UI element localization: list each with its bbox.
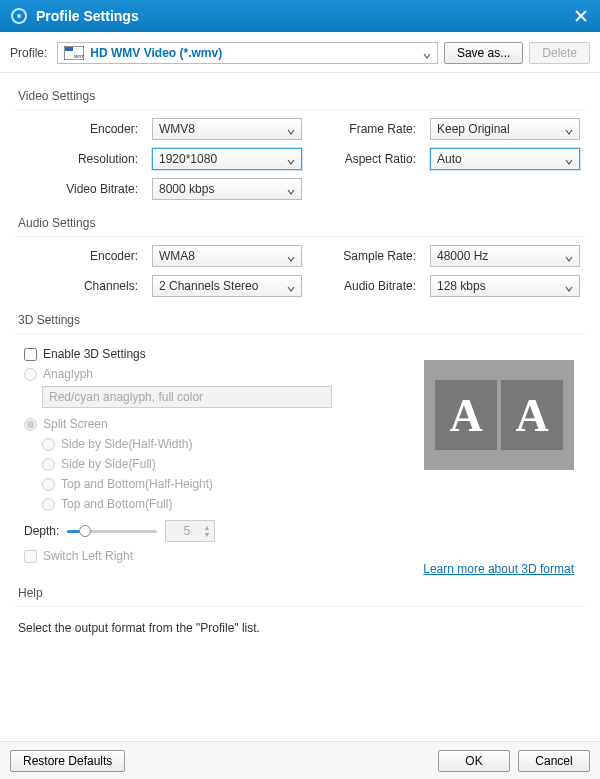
profile-select[interactable]: wmv HD WMV Video (*.wmv)	[57, 42, 438, 64]
audio-encoder-label: Encoder:	[18, 249, 138, 263]
video-settings-group: Video Settings	[14, 79, 586, 110]
profile-label: Profile:	[10, 46, 51, 60]
sbs-half-radio	[42, 438, 55, 451]
svg-text:wmv: wmv	[73, 53, 84, 59]
enable-3d-label: Enable 3D Settings	[43, 347, 146, 361]
aspect-ratio-select[interactable]: Auto	[430, 148, 580, 170]
tb-full-radio	[42, 498, 55, 511]
wmv-format-icon: wmv	[64, 46, 84, 60]
footer: Restore Defaults OK Cancel	[0, 741, 600, 779]
depth-spinbox: 5 ▲▼	[165, 520, 215, 542]
profile-row: Profile: wmv HD WMV Video (*.wmv) Save a…	[0, 32, 600, 73]
anaglyph-mode-select: Red/cyan anaglyph, full color	[42, 386, 332, 408]
restore-defaults-button[interactable]: Restore Defaults	[10, 750, 125, 772]
3d-settings-group: 3D Settings	[14, 303, 586, 334]
chevron-down-icon	[565, 282, 573, 290]
title-bar: Profile Settings	[0, 0, 600, 32]
spin-arrows-icon: ▲▼	[203, 524, 210, 538]
app-icon	[10, 7, 28, 25]
help-group: Help	[14, 576, 586, 607]
video-encoder-label: Encoder:	[18, 122, 138, 136]
close-icon[interactable]	[572, 7, 590, 25]
preview-left-glyph: A	[435, 380, 497, 450]
chevron-down-icon	[287, 155, 295, 163]
resolution-select[interactable]: 1920*1080	[152, 148, 302, 170]
audio-bitrate-label: Audio Bitrate:	[316, 279, 416, 293]
chevron-down-icon	[287, 252, 295, 260]
preview-right-glyph: A	[501, 380, 563, 450]
save-as-button[interactable]: Save as...	[444, 42, 523, 64]
channels-label: Channels:	[18, 279, 138, 293]
window-title: Profile Settings	[36, 8, 572, 24]
audio-encoder-select[interactable]: WMA8	[152, 245, 302, 267]
svg-point-1	[17, 14, 21, 18]
sample-rate-select[interactable]: 48000 Hz	[430, 245, 580, 267]
depth-slider[interactable]	[67, 523, 157, 539]
depth-label: Depth:	[24, 524, 59, 538]
video-bitrate-select[interactable]: 8000 kbps	[152, 178, 302, 200]
anaglyph-label: Anaglyph	[43, 367, 93, 381]
split-screen-label: Split Screen	[43, 417, 108, 431]
sbs-full-radio	[42, 458, 55, 471]
chevron-down-icon	[423, 49, 431, 57]
svg-rect-3	[65, 47, 73, 51]
chevron-down-icon	[287, 185, 295, 193]
learn-more-3d-link[interactable]: Learn more about 3D format	[423, 562, 574, 576]
chevron-down-icon	[287, 125, 295, 133]
tb-half-label: Top and Bottom(Half-Height)	[61, 477, 213, 491]
sbs-half-label: Side by Side(Half-Width)	[61, 437, 192, 451]
help-text: Select the output format from the "Profi…	[14, 613, 586, 635]
audio-settings-group: Audio Settings	[14, 206, 586, 237]
video-encoder-select[interactable]: WMV8	[152, 118, 302, 140]
video-bitrate-label: Video Bitrate:	[18, 182, 138, 196]
audio-bitrate-select[interactable]: 128 kbps	[430, 275, 580, 297]
delete-button: Delete	[529, 42, 590, 64]
switch-lr-checkbox	[24, 550, 37, 563]
switch-lr-label: Switch Left Right	[43, 549, 133, 563]
aspect-ratio-label: Aspect Ratio:	[316, 152, 416, 166]
chevron-down-icon	[565, 252, 573, 260]
split-screen-radio	[24, 418, 37, 431]
channels-select[interactable]: 2 Channels Stereo	[152, 275, 302, 297]
chevron-down-icon	[565, 155, 573, 163]
chevron-down-icon	[565, 125, 573, 133]
frame-rate-label: Frame Rate:	[316, 122, 416, 136]
tb-full-label: Top and Bottom(Full)	[61, 497, 172, 511]
3d-preview: A A	[424, 360, 574, 470]
tb-half-radio	[42, 478, 55, 491]
anaglyph-radio	[24, 368, 37, 381]
profile-value: HD WMV Video (*.wmv)	[90, 46, 423, 60]
sbs-full-label: Side by Side(Full)	[61, 457, 156, 471]
ok-button[interactable]: OK	[438, 750, 510, 772]
resolution-label: Resolution:	[18, 152, 138, 166]
chevron-down-icon	[287, 282, 295, 290]
cancel-button[interactable]: Cancel	[518, 750, 590, 772]
frame-rate-select[interactable]: Keep Original	[430, 118, 580, 140]
sample-rate-label: Sample Rate:	[316, 249, 416, 263]
enable-3d-checkbox[interactable]	[24, 348, 37, 361]
